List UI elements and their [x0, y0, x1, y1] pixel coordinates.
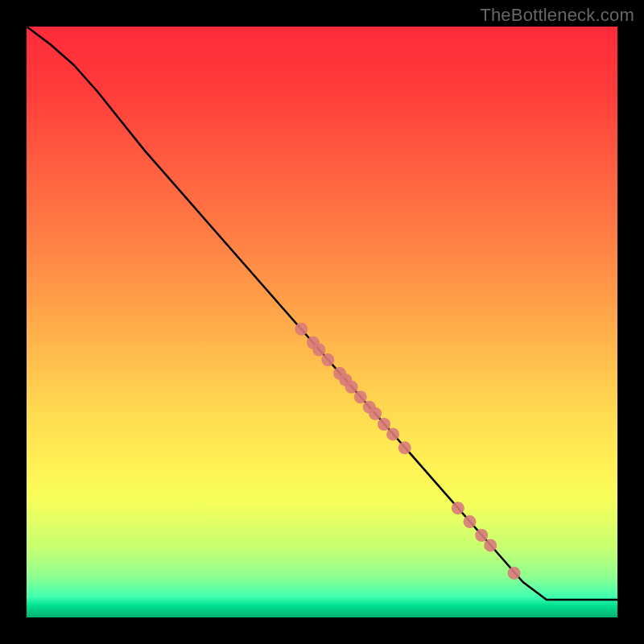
curve-line — [27, 27, 617, 600]
chart-canvas: TheBottleneck.com — [0, 0, 644, 644]
svg-point-12 — [398, 441, 411, 454]
svg-point-15 — [475, 529, 488, 542]
svg-point-14 — [464, 515, 477, 528]
scatter-points — [295, 323, 520, 580]
svg-point-11 — [386, 427, 399, 440]
svg-point-2 — [312, 344, 325, 357]
svg-point-0 — [295, 323, 308, 336]
svg-point-17 — [508, 567, 521, 580]
svg-point-13 — [452, 502, 464, 514]
svg-point-10 — [378, 418, 390, 431]
svg-point-9 — [369, 407, 382, 420]
svg-point-7 — [354, 390, 367, 403]
svg-point-16 — [484, 539, 497, 551]
watermark-text: TheBottleneck.com — [480, 5, 634, 26]
chart-overlay — [27, 27, 617, 617]
svg-point-3 — [321, 353, 334, 366]
svg-point-6 — [345, 381, 358, 394]
